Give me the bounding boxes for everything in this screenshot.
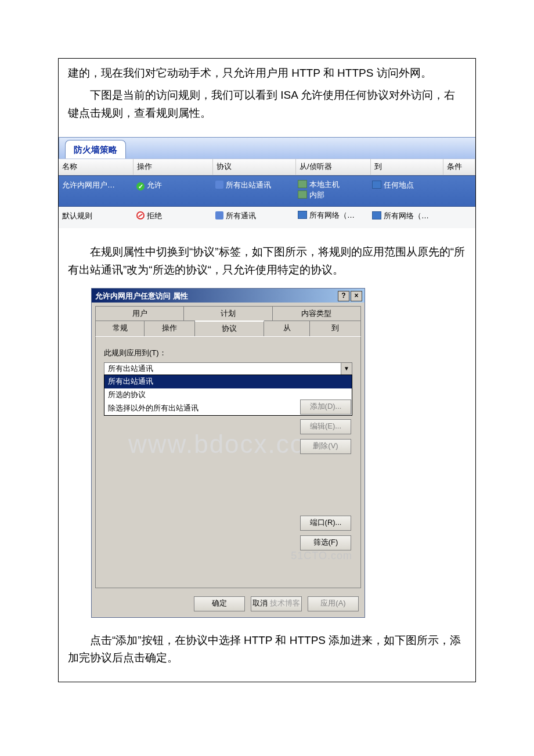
network-icon [298, 211, 307, 219]
from-line: 所有网络（… [309, 211, 355, 219]
cell-action-text: 拒绝 [147, 211, 162, 220]
rule-properties-dialog: 允许内网用户任意访问 属性 ? × 用户 计划 内容类型 常规 操作 协议 从 … [91, 288, 365, 618]
tab-content-type[interactable]: 内容类型 [273, 306, 361, 321]
tab-protocol-body: www.bdocx.com 此规则应用到(T)： 所有出站通讯 ▼ 所有出站通讯… [95, 336, 361, 588]
add-button[interactable]: 添加(D)... [300, 399, 351, 415]
col-header-name[interactable]: 名称 [59, 159, 134, 175]
protocol-buttons: 添加(D)... 编辑(E)... 删除(V) [300, 395, 351, 454]
cell-action: 拒绝 [133, 210, 212, 222]
firewall-policy-panel: 防火墙策略 名称 操作 协议 从/侦听器 到 条件 允许内网用户… ✓允许 所有… [59, 137, 475, 228]
network-icon [372, 181, 381, 189]
cancel-button[interactable]: 取消技术博客 [251, 596, 302, 611]
dialog-title-text: 允许内网用户任意访问 属性 [95, 290, 188, 303]
cell-protocol-text: 所有出站通讯 [226, 181, 271, 189]
tab-from[interactable]: 从 [264, 321, 309, 336]
col-header-cond[interactable]: 条件 [443, 159, 475, 175]
ports-button[interactable]: 端口(R)... [300, 516, 351, 531]
from-line: 本地主机 [309, 180, 340, 189]
col-header-from[interactable]: 从/侦听器 [296, 159, 371, 175]
col-header-to[interactable]: 到 [371, 159, 443, 175]
cell-to: 任何地点 [369, 179, 441, 192]
close-button[interactable]: × [351, 291, 362, 301]
paragraph-protocol-desc: 在规则属性中切换到“协议”标签，如下图所示，将规则的应用范围从原先的“所有出站通… [68, 243, 466, 279]
deny-icon [136, 211, 145, 219]
cell-name: 允许内网用户… [59, 179, 133, 192]
combobox-value: 所有出站通讯 [108, 363, 153, 375]
firewall-tab-bar: 防火墙策略 [59, 137, 475, 159]
document-page: 建的，现在我们对它动动手术，只允许用户用 HTTP 和 HTTPS 访问外网。 … [58, 58, 476, 682]
cell-protocol: 所有出站通讯 [212, 179, 294, 192]
cell-action: ✓允许 [133, 179, 212, 192]
cell-from: 本地主机 内部 [294, 179, 369, 200]
cell-name: 默认规则 [59, 210, 133, 222]
apply-to-combobox[interactable]: 所有出站通讯 ▼ [104, 362, 352, 375]
tab-schedule[interactable]: 计划 [184, 306, 272, 321]
dialog-action-buttons: 确定 取消技术博客 应用(A) [92, 592, 365, 617]
cell-action-text: 允许 [147, 181, 162, 189]
table-row[interactable]: 允许内网用户… ✓允许 所有出站通讯 本地主机 内部 任何地点 [59, 175, 475, 207]
cell-from: 所有网络（… [294, 210, 369, 221]
cell-to: 所有网络（… [369, 210, 441, 222]
dialog-tabs: 用户 计划 内容类型 常规 操作 协议 从 到 [92, 303, 365, 336]
network-icon [298, 180, 307, 188]
tab-action[interactable]: 操作 [145, 321, 194, 336]
help-button[interactable]: ? [338, 291, 349, 301]
tab-users[interactable]: 用户 [95, 306, 184, 321]
chevron-down-icon[interactable]: ▼ [341, 363, 352, 375]
protocol-icon [215, 181, 223, 189]
filter-button[interactable]: 筛选(F) [300, 535, 351, 550]
tab-to[interactable]: 到 [310, 321, 361, 336]
firewall-tab[interactable]: 防火墙策略 [65, 140, 126, 159]
cancel-text: 取消 [252, 599, 268, 607]
network-icon [372, 211, 381, 219]
cell-protocol-text: 所有通讯 [226, 211, 256, 220]
tab-general[interactable]: 常规 [95, 321, 145, 336]
protocol-extra-buttons: 端口(R)... 筛选(F) [300, 511, 351, 550]
cell-to-text: 所有网络（… [384, 211, 429, 220]
tab-protocol[interactable]: 协议 [195, 321, 265, 336]
watermark-footer: 技术博客 [270, 599, 300, 607]
edit-button[interactable]: 编辑(E)... [300, 419, 351, 434]
network-icon [298, 190, 307, 199]
paragraph-intro: 建的，现在我们对它动动手术，只允许用户用 HTTP 和 HTTPS 访问外网。 [68, 64, 466, 82]
allow-icon: ✓ [136, 182, 145, 190]
ok-button[interactable]: 确定 [194, 596, 245, 611]
cell-to-text: 任何地点 [384, 181, 414, 189]
cell-protocol: 所有通讯 [212, 210, 294, 222]
table-row[interactable]: 默认规则 拒绝 所有通讯 所有网络（… 所有网络（… [59, 207, 475, 228]
remove-button[interactable]: 删除(V) [300, 439, 351, 454]
paragraph-add-desc: 点击“添加”按钮，在协议中选择 HTTP 和 HTTPS 添加进来，如下图所示，… [68, 632, 466, 667]
col-header-protocol[interactable]: 协议 [213, 159, 296, 175]
dropdown-option[interactable]: 所有出站通讯 [104, 375, 352, 388]
paragraph-rule-desc: 下图是当前的访问规则，我们可以看到 ISA 允许使用任何协议对外访问，右键点击规… [68, 87, 466, 122]
apply-to-label: 此规则应用到(T)： [104, 347, 352, 359]
dialog-titlebar[interactable]: 允许内网用户任意访问 属性 ? × [92, 289, 365, 303]
firewall-column-headers: 名称 操作 协议 从/侦听器 到 条件 [59, 159, 475, 175]
col-header-action[interactable]: 操作 [134, 159, 213, 175]
watermark-text: www.bdocx.com [128, 424, 328, 465]
protocol-icon [215, 211, 223, 219]
from-line: 内部 [309, 190, 324, 199]
apply-button[interactable]: 应用(A) [308, 596, 359, 611]
